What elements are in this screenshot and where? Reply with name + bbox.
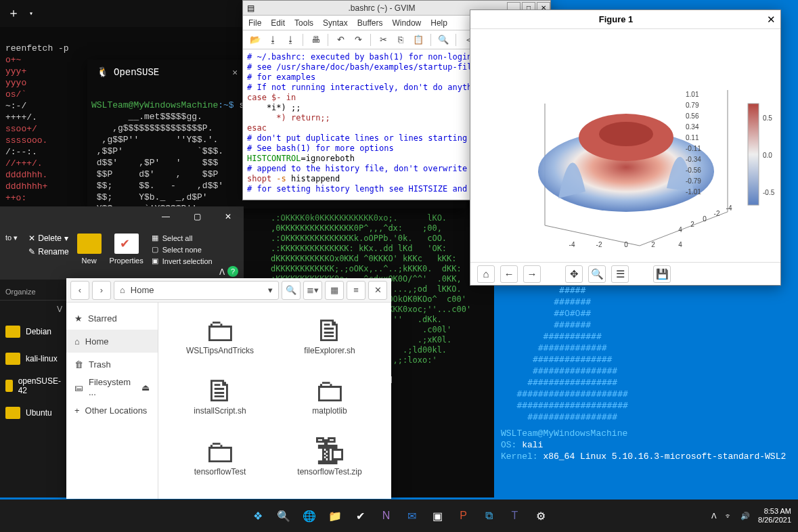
redo-icon[interactable]: ↷	[350, 32, 366, 47]
svg-text:4: 4	[678, 226, 682, 234]
tray-chevron-icon[interactable]: ᐱ	[711, 512, 717, 520]
plot-canvas: 1.010.790.560.340.11-0.11-0.34-0.56-0.79…	[470, 29, 780, 262]
explorer-sidebar: Organize ᐯ Debian kali-linux openSUSE-42…	[0, 280, 66, 497]
clock[interactable]: 8:53 AM 8/26/2021	[758, 507, 791, 525]
windows-taskbar[interactable]: ❖ 🔍 🌐 📁 ✔ N ✉ ▣ P ⧉ T ⚙ ᐱ ᯤ 🔊 8:53 AM 8/…	[0, 500, 798, 532]
kali-user-host: WSLTeam@MyWindowsMachine	[501, 428, 627, 439]
new-folder-button[interactable]: New	[77, 234, 102, 265]
search-icon[interactable]: 🔍	[273, 506, 294, 526]
svg-text:0: 0	[703, 215, 707, 223]
sidebar-item-trash[interactable]: 🗑Trash	[66, 353, 158, 376]
pan-icon[interactable]: ✥	[565, 265, 583, 283]
paste-icon[interactable]: 📋	[410, 32, 426, 47]
rename-button[interactable]: ✎ Rename	[28, 247, 68, 257]
menu-help[interactable]: Help	[430, 18, 447, 28]
edge-icon[interactable]: 🌐	[299, 506, 319, 526]
menu-tools[interactable]: Tools	[294, 18, 313, 28]
nautilus-headerbar[interactable]: ‹ › ⌂ Home ▾ 🔍 ≣▾ ▦ ≡ ✕	[66, 278, 391, 303]
view-list-button[interactable]: ≣▾	[303, 281, 322, 300]
ribbon-collapse-icon[interactable]: ᐱ	[219, 267, 225, 277]
close-button[interactable]: ✕	[368, 281, 387, 300]
svg-text:0.5: 0.5	[763, 114, 772, 122]
svg-text:-0.11: -0.11	[686, 145, 701, 152]
system-tray[interactable]: ᐱ ᯤ 🔊 8:53 AM 8/26/2021	[711, 507, 791, 525]
save-icon[interactable]: ⭳	[265, 32, 281, 47]
view-grid-button[interactable]: ▦	[325, 281, 344, 300]
folder-ubuntu[interactable]: Ubuntu	[0, 399, 66, 426]
undo-icon[interactable]: ↶	[332, 32, 349, 47]
copy-icon[interactable]: ⎘	[393, 32, 409, 47]
select-all-button[interactable]: ▦ Select all	[152, 234, 213, 242]
wifi-icon[interactable]: ᯤ	[725, 512, 732, 520]
folder-opensuse[interactable]: openSUSE-42	[0, 372, 66, 399]
svg-point-2	[599, 122, 653, 146]
maximize-button[interactable]: ▢	[181, 206, 213, 227]
invert-selection-button[interactable]: ▣ Invert selection	[152, 257, 213, 265]
expand-icon[interactable]: ᐯ	[0, 301, 66, 318]
file-tensorflowTest[interactable]: 🗀tensorflowTest	[165, 436, 275, 487]
forward-icon[interactable]: →	[523, 265, 541, 283]
nautilus-iconview[interactable]: 🗀WSLTipsAndTricks🗎fileExplorer.sh🗎instal…	[158, 303, 391, 499]
file-WSLTipsAndTricks[interactable]: 🗀WSLTipsAndTricks	[165, 315, 275, 365]
file-installScript.sh[interactable]: 🗎installScript.sh	[165, 375, 275, 426]
select-none-button[interactable]: ▢ Select none	[152, 245, 213, 254]
folder-kali[interactable]: kali-linux	[0, 345, 66, 372]
home-icon[interactable]: ⌂	[477, 265, 495, 283]
svg-text:0.34: 0.34	[686, 123, 699, 131]
save-icon[interactable]: 💾	[653, 265, 671, 283]
zoom-icon[interactable]: 🔍	[588, 265, 606, 283]
new-tab-button[interactable]: ＋▾	[0, 0, 41, 27]
svg-text:1.01: 1.01	[686, 91, 699, 98]
file-tensorflowTest.zip[interactable]: 🗜tensorflowTest.zip	[275, 436, 384, 487]
volume-icon[interactable]: 🔊	[740, 512, 750, 520]
file-fileExplorer.sh[interactable]: 🗎fileExplorer.sh	[275, 315, 384, 365]
tab-close-icon[interactable]: ✕	[164, 67, 238, 79]
sidebar-item-home[interactable]: ⌂Home	[66, 330, 158, 353]
help-icon[interactable]: ?	[227, 266, 238, 277]
file-matplotlib[interactable]: 🗀matplotlib	[275, 375, 384, 426]
cut-icon[interactable]: ✂	[375, 32, 391, 47]
back-icon[interactable]: ←	[500, 265, 518, 283]
properties-button[interactable]: Properties	[110, 234, 143, 265]
terminal-icon[interactable]: ▣	[428, 506, 448, 526]
sidebar-item-filesystem-[interactable]: 🖴Filesystem ...⏏	[66, 376, 158, 399]
back-button[interactable]: ‹	[70, 281, 89, 300]
saveall-icon[interactable]: ⭳	[282, 32, 298, 47]
menu-window[interactable]: Window	[393, 18, 422, 28]
menu-buffers[interactable]: Buffers	[357, 18, 383, 28]
find-icon[interactable]: 🔍	[435, 32, 451, 47]
forward-button[interactable]: ›	[92, 281, 111, 300]
search-button[interactable]: 🔍	[282, 281, 301, 300]
opensuse-tab[interactable]: 🐧 OpenSUSE ✕	[87, 60, 251, 85]
close-button[interactable]: ✕	[213, 206, 244, 227]
svg-text:2: 2	[651, 241, 655, 248]
menu-syntax[interactable]: Syntax	[323, 18, 348, 28]
settings-icon[interactable]: ⚙	[531, 506, 551, 526]
powerpoint-icon[interactable]: P	[453, 506, 474, 526]
todo-icon[interactable]: ✔	[351, 506, 371, 526]
path-chevron-icon[interactable]: ▾	[268, 285, 273, 295]
location-label: Home	[131, 285, 154, 295]
vscode-icon[interactable]: ⧉	[479, 506, 500, 526]
explorer-icon[interactable]: 📁	[325, 506, 345, 526]
location-bar[interactable]: ⌂ Home ▾	[114, 281, 279, 300]
svg-text:0.11: 0.11	[686, 134, 699, 141]
folder-debian[interactable]: Debian	[0, 318, 66, 345]
menu-button[interactable]: ≡	[347, 281, 365, 300]
explorer-ribbon-window: — ▢ ✕ to ▾ ✕ Delete ▾ ✎ Rename New Prope…	[0, 206, 244, 280]
menu-edit[interactable]: Edit	[271, 18, 285, 28]
outlook-icon[interactable]: ✉	[402, 506, 422, 526]
configure-icon[interactable]: ☰	[611, 265, 629, 283]
minimize-button[interactable]: —	[150, 206, 181, 227]
sidebar-item-other-locations[interactable]: +Other Locations	[66, 399, 158, 422]
sidebar-item-starred[interactable]: ★Starred	[66, 307, 158, 330]
start-button[interactable]: ❖	[248, 506, 268, 526]
matplotlib-toolbar[interactable]: ⌂ ← → ✥ 🔍 ☰ 💾	[470, 262, 780, 285]
onenote-icon[interactable]: N	[376, 506, 397, 526]
close-button[interactable]: ✕	[761, 14, 780, 26]
delete-button[interactable]: ✕ Delete ▾	[28, 234, 68, 243]
menu-file[interactable]: File	[248, 18, 261, 28]
print-icon[interactable]: 🖶	[307, 32, 324, 47]
open-icon[interactable]: 📂	[247, 32, 263, 47]
teams-icon[interactable]: T	[505, 506, 525, 526]
